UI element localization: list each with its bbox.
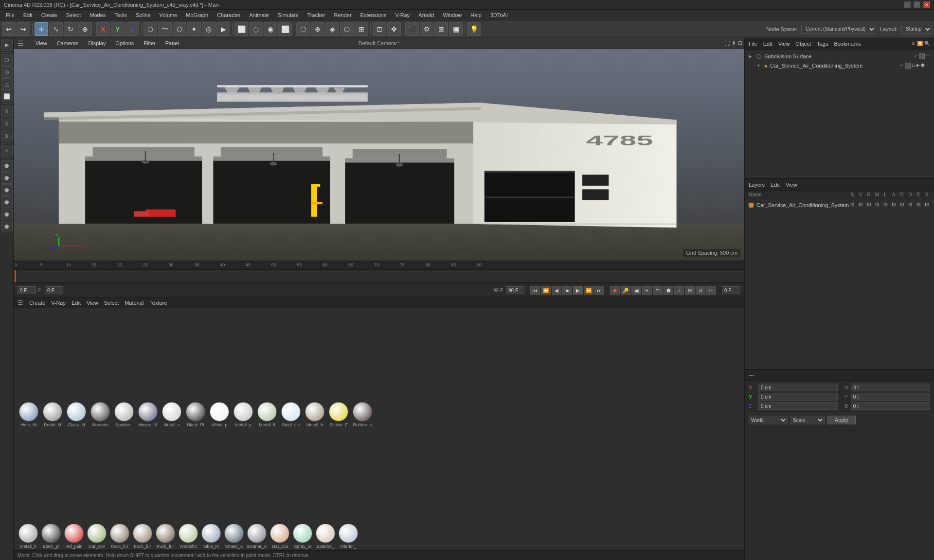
prop-x-pos[interactable] <box>758 384 838 391</box>
layers-menu-edit[interactable]: Edit <box>771 182 780 188</box>
obj-menu-tags[interactable]: Tags <box>817 41 828 47</box>
viewport-menu-icon[interactable]: ☰ <box>18 39 24 47</box>
material2-interior_[interactable]: Interior_ <box>338 524 359 549</box>
sidebar-tool-d1[interactable]: ⬟ <box>1 160 13 172</box>
layer-flag-a[interactable]: ⊡ <box>890 202 897 209</box>
layers-menu-view[interactable]: View <box>786 182 797 188</box>
menu-item-mograph[interactable]: MoGraph <box>182 11 212 19</box>
render-region-btn[interactable]: ⊞ <box>434 22 448 36</box>
go-start-btn[interactable]: ⏮ <box>530 286 540 295</box>
menu-item-help[interactable]: Help <box>467 11 485 19</box>
loop-btn[interactable]: ↺ <box>696 286 705 295</box>
render-settings-btn[interactable]: ⚙ <box>420 22 433 36</box>
obj-menu-view[interactable]: View <box>778 41 790 47</box>
obj-render-2[interactable] <box>905 63 911 69</box>
preview-btn[interactable]: ▣ <box>631 286 641 295</box>
prop-z-pos[interactable] <box>758 402 838 410</box>
layer-flag-r[interactable]: ⊡ <box>865 202 872 209</box>
obj-vis-2[interactable]: ✓ <box>900 63 904 69</box>
obj-icon-settings[interactable]: ⚙ <box>911 41 916 46</box>
viewport-icon3[interactable]: ⊡ <box>738 40 742 46</box>
menu-item-select[interactable]: Select <box>62 11 85 19</box>
scale-dropdown[interactable]: Scale <box>790 416 825 424</box>
material-glass_m[interactable]: Glass_M <box>65 402 88 430</box>
3d-viewport[interactable]: 4785 <box>14 49 744 261</box>
viewport-menu-cameras[interactable]: Cameras <box>55 39 81 47</box>
material2-spray_g[interactable]: Spray_G <box>292 524 313 549</box>
layers-menu-layers[interactable]: Layers <box>749 182 765 188</box>
viewport-icon1[interactable]: ⛶ <box>724 40 730 46</box>
motion-btn[interactable]: 〜 <box>653 286 663 295</box>
materials-menu-icon[interactable]: ☰ <box>18 299 23 306</box>
obj-menu-file[interactable]: File <box>749 41 757 47</box>
sidebar-tool-d6[interactable]: ⬟ <box>1 221 13 232</box>
material2-table_m[interactable]: table_M <box>200 524 222 549</box>
menu-item-edit[interactable]: Edit <box>19 11 36 19</box>
plus-btn[interactable]: + <box>642 286 652 295</box>
sidebar-tool-s1[interactable]: S <box>1 105 13 117</box>
layer-flag-m[interactable]: ⊡ <box>874 202 880 209</box>
material-rubber_s[interactable]: Rubber_s <box>351 402 374 430</box>
y-axis-btn[interactable]: Y <box>111 22 125 36</box>
material2-red_pain[interactable]: red_pain <box>63 524 85 549</box>
sidebar-tool-rect[interactable]: ⬜ <box>1 90 13 102</box>
obj-render-1[interactable] <box>919 53 925 59</box>
menu-item-simulate[interactable]: Simulate <box>274 11 303 19</box>
material-manome[interactable]: Manome <box>89 402 111 430</box>
material-steel_cle[interactable]: Steel_cle <box>280 402 302 430</box>
menu-item-tracker[interactable]: Tracker <box>304 11 329 19</box>
play-fwd-btn[interactable]: ▶ <box>573 286 583 295</box>
prop-p-val[interactable] <box>851 393 930 401</box>
viewport-icon2[interactable]: ⬇ <box>732 40 736 46</box>
transform-tool[interactable]: ⊕ <box>78 22 92 36</box>
materials-menu-vray[interactable]: V-Ray <box>51 300 66 306</box>
menu-item-window[interactable]: Window <box>439 11 466 19</box>
materials-menu-material[interactable]: Material <box>125 300 144 306</box>
layer-flag-s[interactable]: ⊡ <box>849 202 856 209</box>
obj-menu-object[interactable]: Object <box>795 41 811 47</box>
camera-btn[interactable]: ◎ <box>202 22 216 36</box>
timeline-track[interactable] <box>14 269 744 283</box>
menu-item-spline[interactable]: Spline <box>132 11 155 19</box>
material2-metall_h[interactable]: Metall_h <box>18 524 39 549</box>
material2-truck_fur[interactable]: truck_fur <box>109 524 130 549</box>
bool-btn[interactable]: ⊕ <box>311 22 324 36</box>
material-metall_b[interactable]: Metall_b <box>304 402 326 430</box>
sidebar-tool-s3[interactable]: S <box>1 130 13 141</box>
material-metall_p[interactable]: Metall_p <box>232 402 254 430</box>
right-frame-input[interactable] <box>722 286 740 294</box>
material2-mat_cla[interactable]: Mat_Cla <box>269 524 290 549</box>
menu-item-modes[interactable]: Modes <box>86 11 109 19</box>
prop-b-val[interactable] <box>851 402 930 410</box>
layer-flag-e[interactable]: ⊡ <box>915 202 922 209</box>
sidebar-tool-tri[interactable]: △ <box>1 78 13 90</box>
tree-item-subdivision[interactable]: ▶ ⬡ Subdivision Surface ✓ ⋯ <box>747 52 932 61</box>
floor-btn[interactable]: ⬜ <box>234 22 248 36</box>
material-pedal_m[interactable]: Pedal_M <box>41 402 64 430</box>
sidebar-tool-select[interactable]: ▶ <box>1 39 13 51</box>
material-metall_c[interactable]: Metall_c <box>161 402 183 430</box>
subdivide-btn[interactable]: ⬡ <box>296 22 310 36</box>
apply-button[interactable]: Apply <box>827 416 856 424</box>
materials-menu-create[interactable]: Create <box>29 300 45 306</box>
obj-icon-filter[interactable]: 🔽 <box>917 41 923 46</box>
layer-flag-x[interactable]: ⊡ <box>923 202 930 209</box>
menu-item-v-ray[interactable]: V-Ray <box>391 11 413 19</box>
sidebar-tool-d4[interactable]: ⬟ <box>1 196 13 208</box>
z-axis-btn[interactable]: Z <box>126 22 139 36</box>
sidebar-tool-d3[interactable]: ⬟ <box>1 184 13 196</box>
material2-black_pl[interactable]: Black_pl <box>40 524 62 549</box>
step-fwd-btn[interactable]: ⏩ <box>584 286 593 295</box>
obj-menu-bookmarks[interactable]: Bookmarks <box>834 41 861 47</box>
rotate-tool[interactable]: ↻ <box>64 22 77 36</box>
obj-vis-1[interactable]: ✓ <box>914 53 918 59</box>
light-icon-btn[interactable]: 💡 <box>467 22 481 36</box>
x-axis-btn[interactable]: X <box>96 22 110 36</box>
undo-button[interactable]: ↩ <box>2 22 16 36</box>
snap-btn[interactable]: ⊡ <box>373 22 386 36</box>
prop-y-pos[interactable] <box>758 393 838 401</box>
obj-lock-1[interactable]: ⋯ <box>926 53 930 59</box>
layer-flag-v[interactable]: ⊡ <box>857 202 864 209</box>
menu-item-create[interactable]: Create <box>37 11 61 19</box>
end-frame-input[interactable] <box>506 286 524 294</box>
